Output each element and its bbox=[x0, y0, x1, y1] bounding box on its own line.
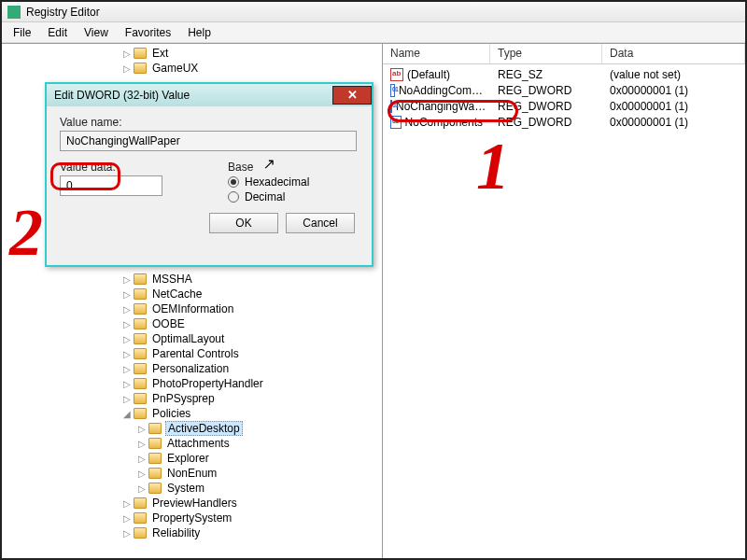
chevron-right-icon[interactable]: ▷ bbox=[136, 483, 147, 494]
row-data: 0x00000001 (1) bbox=[602, 84, 745, 97]
tree-label: PhotoPropertyHandler bbox=[150, 377, 265, 390]
tree-item[interactable]: ▷ActiveDesktop bbox=[2, 421, 382, 436]
chevron-right-icon[interactable]: ▷ bbox=[121, 498, 132, 509]
tree-item[interactable]: ▷PhotoPropertyHandler bbox=[2, 376, 382, 391]
folder-icon bbox=[148, 468, 162, 479]
tree-label: Explorer bbox=[165, 452, 211, 465]
chevron-right-icon[interactable]: ▷ bbox=[121, 364, 132, 374]
row-data: 0x00000001 (1) bbox=[602, 100, 745, 113]
radio-hex[interactable]: Hexadecimal bbox=[228, 175, 309, 189]
tree-label: Ext bbox=[150, 47, 170, 60]
chevron-right-icon[interactable]: ▷ bbox=[121, 379, 132, 389]
menu-view[interactable]: View bbox=[77, 24, 116, 41]
col-data[interactable]: Data bbox=[602, 44, 745, 63]
ok-button[interactable]: OK bbox=[209, 213, 278, 233]
folder-icon bbox=[148, 483, 162, 494]
tree-item[interactable]: ▷NonEnum bbox=[2, 466, 382, 481]
tree-label: OptimalLayout bbox=[150, 332, 226, 345]
annotation-circle-2 bbox=[50, 162, 120, 190]
titlebar: Registry Editor bbox=[2, 2, 745, 22]
folder-icon bbox=[134, 512, 147, 524]
col-name[interactable]: Name bbox=[383, 44, 490, 63]
window-title: Registry Editor bbox=[26, 6, 100, 19]
tree-item[interactable]: ▷PropertySystem bbox=[2, 511, 382, 525]
tree-item[interactable]: ▷Personalization bbox=[2, 361, 382, 376]
tree-item[interactable]: ▷OptimalLayout bbox=[2, 331, 382, 346]
chevron-down-icon[interactable]: ◢ bbox=[121, 409, 132, 419]
chevron-right-icon[interactable]: ▷ bbox=[121, 349, 132, 359]
chevron-right-icon[interactable]: ▷ bbox=[121, 394, 132, 404]
dword-icon bbox=[390, 84, 395, 97]
tree-item[interactable]: ▷Ext bbox=[2, 46, 382, 61]
tree-item[interactable]: ▷MSSHA bbox=[2, 272, 382, 287]
tree-label: PreviewHandlers bbox=[150, 497, 239, 510]
chevron-right-icon[interactable]: ▷ bbox=[121, 49, 132, 59]
folder-icon bbox=[134, 273, 147, 285]
tree-item[interactable]: ▷NetCache bbox=[2, 287, 382, 301]
folder-icon bbox=[134, 408, 147, 419]
annotation-1: 1 bbox=[476, 128, 510, 205]
tree-item[interactable]: ▷PreviewHandlers bbox=[2, 496, 382, 511]
chevron-right-icon[interactable]: ▷ bbox=[121, 319, 132, 329]
tree-label: PropertySystem bbox=[150, 511, 233, 525]
menu-edit[interactable]: Edit bbox=[40, 24, 75, 41]
tree-label: OEMInformation bbox=[150, 302, 235, 315]
folder-icon bbox=[134, 48, 147, 59]
col-type[interactable]: Type bbox=[490, 44, 602, 63]
chevron-right-icon[interactable]: ▷ bbox=[136, 469, 147, 479]
folder-icon bbox=[134, 63, 147, 74]
tree-item[interactable]: ▷System bbox=[2, 481, 382, 496]
folder-icon bbox=[134, 497, 147, 509]
chevron-right-icon[interactable]: ▷ bbox=[121, 304, 132, 315]
tree-item[interactable]: ▷Attachments bbox=[2, 436, 382, 451]
tree-label: Reliability bbox=[150, 526, 202, 539]
chevron-right-icon[interactable]: ▷ bbox=[121, 513, 132, 524]
tree-item[interactable]: ▷Reliability bbox=[2, 525, 382, 540]
folder-icon bbox=[134, 348, 147, 359]
tree-item[interactable]: ▷PnPSysprep bbox=[2, 391, 382, 406]
chevron-right-icon[interactable]: ▷ bbox=[121, 289, 132, 300]
cursor-icon bbox=[263, 155, 276, 174]
menu-file[interactable]: File bbox=[6, 24, 38, 41]
tree-label: NetCache bbox=[150, 287, 204, 301]
chevron-right-icon[interactable]: ▷ bbox=[136, 439, 147, 449]
tree-label: Attachments bbox=[165, 437, 232, 450]
tree-item[interactable]: ▷OOBE bbox=[2, 316, 382, 331]
chevron-right-icon[interactable]: ▷ bbox=[121, 334, 132, 344]
row-name: (Default) bbox=[407, 68, 450, 81]
annotation-circle-1 bbox=[388, 100, 518, 122]
tree-label: MSSHA bbox=[150, 273, 194, 286]
tree-label: Parental Controls bbox=[150, 347, 241, 360]
table-row[interactable]: (Default)REG_SZ(value not set) bbox=[383, 66, 745, 82]
folder-icon bbox=[134, 288, 147, 300]
tree-item[interactable]: ◢Policies bbox=[2, 406, 382, 421]
table-row[interactable]: NoAddingCom…REG_DWORD0x00000001 (1) bbox=[383, 82, 745, 98]
chevron-right-icon[interactable]: ▷ bbox=[121, 274, 132, 285]
menu-favorites[interactable]: Favorites bbox=[118, 24, 178, 41]
folder-icon bbox=[134, 393, 147, 404]
chevron-right-icon[interactable]: ▷ bbox=[136, 424, 147, 434]
chevron-right-icon[interactable]: ▷ bbox=[121, 63, 132, 74]
folder-icon bbox=[148, 423, 162, 434]
radio-icon bbox=[228, 191, 239, 203]
folder-icon bbox=[148, 438, 162, 449]
chevron-right-icon[interactable]: ▷ bbox=[136, 454, 147, 464]
radio-dec[interactable]: Decimal bbox=[228, 190, 309, 203]
tree-label: NonEnum bbox=[165, 467, 218, 480]
folder-icon bbox=[134, 318, 147, 329]
folder-icon bbox=[134, 303, 147, 315]
radio-icon bbox=[228, 176, 239, 188]
folder-icon bbox=[148, 453, 162, 464]
string-icon bbox=[390, 68, 403, 81]
tree-item[interactable]: ▷GameUX bbox=[2, 61, 382, 76]
tree-label: OOBE bbox=[150, 317, 187, 330]
menu-help[interactable]: Help bbox=[180, 24, 218, 41]
close-button[interactable]: ✕ bbox=[332, 86, 372, 105]
tree-item[interactable]: ▷OEMInformation bbox=[2, 301, 382, 316]
tree-label: GameUX bbox=[150, 62, 200, 75]
list-header: Name Type Data bbox=[383, 44, 745, 64]
cancel-button[interactable]: Cancel bbox=[286, 213, 355, 233]
tree-item[interactable]: ▷Explorer bbox=[2, 451, 382, 466]
tree-item[interactable]: ▷Parental Controls bbox=[2, 346, 382, 361]
chevron-right-icon[interactable]: ▷ bbox=[121, 528, 132, 539]
